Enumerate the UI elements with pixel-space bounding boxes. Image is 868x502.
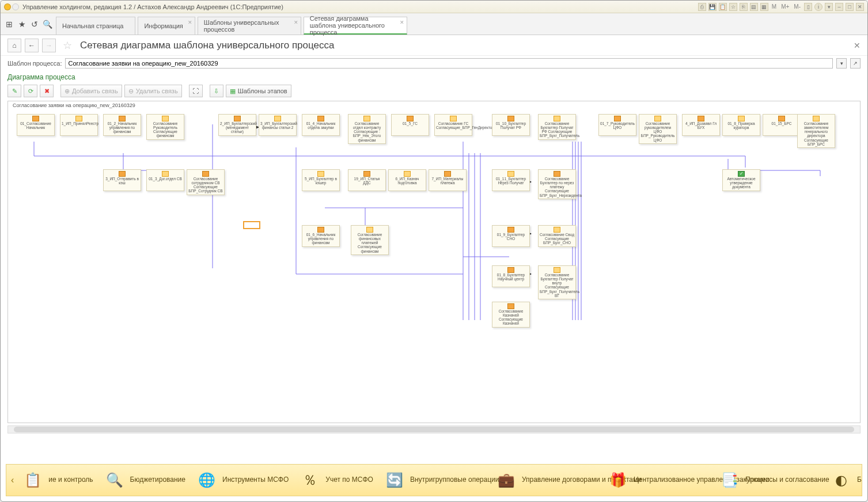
tab[interactable]: Информация✕ [138,17,195,35]
history-icon[interactable]: ↺ [28,13,41,35]
diagram-node[interactable]: Согласование Бухгалтер Получат РФ Соглас… [538,114,576,140]
diagram-node[interactable]: 01_Согласование Начальник [17,114,55,136]
launcher-label: Инструменты МСФО [222,476,289,484]
tab-close-icon[interactable]: ✕ [188,20,192,25]
close-icon[interactable]: ✕ [856,3,864,11]
copy-icon[interactable]: 📋 [719,3,727,11]
fav-star-icon[interactable]: ☆ [63,39,72,52]
tab[interactable]: Сетевая диаграмма шаблона универсального… [304,17,407,35]
template-input[interactable] [65,58,833,69]
launcher-left-arrow[interactable]: ‹ [10,475,15,485]
diagram-node[interactable]: Согласование Казначей Согласующие Казнач… [492,302,530,328]
diagram-node[interactable]: Согласование Руководитель Согласующие фи… [146,114,184,140]
dropdown-icon[interactable] [12,3,19,10]
minimize-icon[interactable]: – [835,3,843,11]
search-icon[interactable]: 🔍 [41,13,54,35]
diagram-node[interactable]: 7_ИП_Материалы платежа [429,169,467,191]
diagram-node[interactable]: 01_8_Проверка куратора [722,114,760,136]
link-icon[interactable]: ⎘ [740,3,748,11]
favorites-icon[interactable]: ★ [16,13,28,35]
diagram-node[interactable]: Согласование Свод Согласующие БПР_Бухг_С… [538,225,576,247]
mplus-label[interactable]: M+ [780,3,790,10]
diagram-node[interactable]: Согласование сотрудником СВ Согласующие … [187,169,225,195]
mminus-label[interactable]: M- [793,3,802,10]
diagram-node[interactable]: 01_4_Начальник отдела закупки [302,114,340,136]
launcher-label: Бюджетирование [130,476,185,484]
diagram-node[interactable]: 5_ИП_Бухгалтер в кэшер [302,169,340,191]
delete-button[interactable]: ✖ [40,85,54,97]
refresh-button[interactable]: ⟳ [24,85,37,97]
diagram-node[interactable]: 2_ИП_Бухгалтерский (менеджмент статьи) [218,114,256,136]
zoom-fit-button[interactable]: ⛶ [189,85,203,97]
diagram-node[interactable]: Согласование заместителем генерального д… [797,114,835,148]
maximize-icon[interactable]: □ [846,3,854,11]
diagram-node[interactable]: 01_11_Бухгалтер Нерез Получат [492,169,530,191]
calendar-icon[interactable]: ▦ [760,3,768,11]
launcher-item[interactable]: 📋ие и контроль [20,469,95,491]
launcher-icon: ％ [299,469,321,491]
page-close-button[interactable]: ✕ [854,41,861,50]
diagram-node[interactable]: 01_5_ГС [391,114,429,136]
launcher-item[interactable]: ％Учет по МСФО [297,469,376,491]
diagram-node[interactable]: 01_15_БРС [763,114,801,136]
diagram-node[interactable]: Согласование ГС Согласующие_БПР_ГенДирек… [434,114,472,136]
diagram-node[interactable]: 3_ИП_Бухгалтерский финансы статьи 2 [259,114,297,136]
diagram-node[interactable]: Согласование руководителем ЦФО БПР_Руков… [639,114,677,144]
launcher-icon: 🔍 [104,469,126,491]
stage-templates-button[interactable]: ▦Шаблоны этапов [226,85,291,97]
diagram-node[interactable]: Согласование Бухгалтер по нерез платежу … [538,169,576,199]
diagram-node[interactable]: 19_ИП_Статья ДДС [348,169,386,191]
diagram-node[interactable]: 01_9_Бухгалтер СНО [492,225,530,247]
diagram-node[interactable]: Согласование отдел контракту Согласующие… [348,114,386,144]
diagram-node[interactable]: Согласование Бухгалтер Получат внутр Сог… [538,265,576,299]
diagram-node[interactable]: Согласование финансовых платежей Согласу… [351,225,389,255]
diagram-node[interactable]: 01_3_Дог.отдел СВ [146,169,184,191]
layout-icon[interactable]: ▯ [804,3,812,11]
launcher-item[interactable]: 💼Управление договорами и проектами [493,469,599,491]
add-link-button[interactable]: ⊕Добавить связь [60,85,122,97]
apps-icon[interactable]: ⊞ [3,13,16,35]
launcher-label: Процессы и согласование [745,476,820,484]
diagram-node[interactable]: 01_7_Руководитель ЦФО [598,114,636,136]
diagram-canvas[interactable]: Согласование заявки на операцию_new_2016… [7,101,861,423]
launcher-item[interactable]: 🎁Централизованное управление закупками [605,469,711,491]
print-icon[interactable]: ⎙ [698,3,706,11]
delete-link-button[interactable]: ⊖Удалить связь [124,85,182,97]
diagram-toolbar: ✎ ⟳ ✖ ⊕Добавить связь ⊖Удалить связь ⛶ ⇩… [1,83,867,98]
launcher-icon: 🔄 [384,469,405,491]
tab-label: Начальная страница [62,22,123,29]
diagram-node[interactable]: 4_ИП_Дозаявл Гл БУХ [682,114,720,136]
launcher-item[interactable]: 📑Процессы и согласование [717,469,822,491]
tab[interactable]: Шаблоны универсальных процессов✕ [198,17,301,35]
dropdown2-icon[interactable]: ▾ [825,3,833,11]
diagram-node[interactable]: 01_6_Начальник управления по финансам [302,225,340,247]
star-icon[interactable]: ☆ [729,3,737,11]
launcher-item[interactable]: 🔍Бюджетирование [101,469,188,491]
calc-icon[interactable]: ▤ [750,3,758,11]
back-button[interactable]: ← [25,39,39,52]
diagram-node[interactable]: 3_ИП_Отправить в кэш [103,169,141,191]
edit-button[interactable]: ✎ [7,85,21,97]
diagram-node[interactable]: 6_ИП_Казнач подготовка [388,169,426,191]
m-label[interactable]: M [771,3,778,10]
forward-button[interactable]: → [42,39,56,52]
diagram-node[interactable]: 01_2_Начальник управления по финансам [103,114,141,136]
diagram-node[interactable]: 01_10_Бухгалтер Получат РФ [492,114,530,136]
home-button[interactable]: ⌂ [7,39,21,52]
diagram-node[interactable]: 01_8_Бухгалтер Научный центр [492,265,530,287]
tab-close-icon[interactable]: ✕ [400,20,404,25]
launcher-item[interactable]: ◐Бизнес-анализ [828,469,862,491]
horizontal-scrollbar[interactable] [7,425,861,433]
dropdown-button[interactable]: ▾ [836,58,847,69]
diagram-node[interactable]: Автоматическое утверждение документа [722,169,760,191]
launcher-item[interactable]: 🔄Внутригрупповые операции [381,469,487,491]
diagram-node[interactable]: 1_ИП_ПринялРеестр [60,114,98,136]
launcher-label: Внутригрупповые операции [410,476,485,484]
info-icon[interactable]: i [814,3,822,11]
launcher-item[interactable]: 🌐Инструменты МСФО [194,469,291,491]
tab[interactable]: Начальная страница [56,17,135,35]
open-button[interactable]: ↗ [850,58,861,69]
tab-close-icon[interactable]: ✕ [294,20,298,25]
save-icon[interactable]: 💾 [708,3,717,11]
export-button[interactable]: ⇩ [210,85,223,97]
